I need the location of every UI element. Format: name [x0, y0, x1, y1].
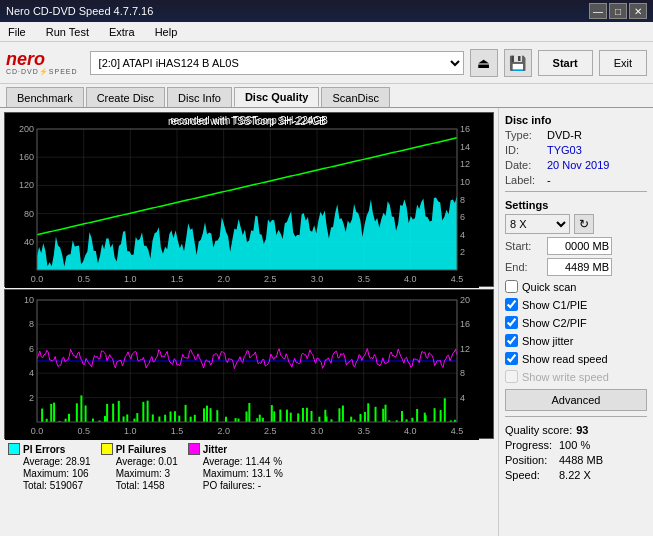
- pi-failures-avg-value: 0.01: [158, 456, 177, 467]
- progress-value: 100 %: [559, 439, 590, 451]
- jitter-avg-value: 11.44 %: [245, 456, 282, 467]
- drive-selector[interactable]: [2:0] ATAPI iHAS124 B AL0S: [90, 51, 464, 75]
- pi-failures-avg-row: Average: 0.01: [101, 456, 178, 467]
- window-controls: — □ ✕: [589, 3, 647, 19]
- eject-icon-button[interactable]: ⏏: [470, 49, 498, 77]
- advanced-button[interactable]: Advanced: [505, 389, 647, 411]
- po-failures-value: -: [258, 480, 261, 491]
- bottom-chart-container: [4, 289, 494, 439]
- legend-jitter-title: Jitter: [188, 443, 283, 455]
- legend-pi-errors: PI Errors Average: 28.91 Maximum: 106 To…: [8, 443, 91, 491]
- pi-failures-total-row: Total: 1458: [101, 480, 178, 491]
- close-button[interactable]: ✕: [629, 3, 647, 19]
- tab-scan-disc[interactable]: ScanDisc: [321, 87, 389, 107]
- minimize-button[interactable]: —: [589, 3, 607, 19]
- legend-pi-errors-title: PI Errors: [8, 443, 91, 455]
- jitter-color: [188, 443, 200, 455]
- disc-type-value: DVD-R: [547, 129, 582, 141]
- position-value: 4488 MB: [559, 454, 603, 466]
- end-mb-row: End:: [505, 258, 647, 276]
- show-write-speed-checkbox: [505, 370, 518, 383]
- pi-failures-max-label: Maximum:: [116, 468, 162, 479]
- disc-info-title: Disc info: [505, 114, 647, 126]
- top-chart-canvas: [5, 113, 479, 288]
- divider-2: [505, 416, 647, 417]
- menu-extra[interactable]: Extra: [105, 24, 139, 40]
- quick-scan-checkbox[interactable]: [505, 280, 518, 293]
- show-c1pie-label: Show C1/PIE: [522, 299, 587, 311]
- show-c2pif-checkbox[interactable]: [505, 316, 518, 329]
- pi-errors-max-value: 106: [72, 468, 89, 479]
- show-c2pif-row: Show C2/PIF: [505, 316, 647, 329]
- show-c1pie-checkbox[interactable]: [505, 298, 518, 311]
- right-panel: Disc info Type: DVD-R ID: TYG03 Date: 20…: [498, 108, 653, 536]
- jitter-max-label: Maximum:: [203, 468, 249, 479]
- menu-help[interactable]: Help: [151, 24, 182, 40]
- position-row: Position: 4488 MB: [505, 454, 647, 466]
- top-chart-container: recorded with TSSTcorp SH-224GB: [4, 112, 494, 287]
- disc-label-row: Label: -: [505, 174, 647, 186]
- show-jitter-label: Show jitter: [522, 335, 573, 347]
- exit-button[interactable]: Exit: [599, 50, 647, 76]
- tab-create-disc[interactable]: Create Disc: [86, 87, 165, 107]
- jitter-max-value: 13.1 %: [252, 468, 283, 479]
- pi-errors-total-value: 519067: [50, 480, 83, 491]
- save-icon-button[interactable]: 💾: [504, 49, 532, 77]
- position-label: Position:: [505, 454, 555, 466]
- toolbar: nero CD·DVD⚡SPEED [2:0] ATAPI iHAS124 B …: [0, 42, 653, 84]
- nero-logo: nero CD·DVD⚡SPEED: [6, 50, 78, 76]
- quality-score-label: Quality score:: [505, 424, 572, 436]
- pi-errors-total-row: Total: 519067: [8, 480, 91, 491]
- disc-label-value: -: [547, 174, 551, 186]
- refresh-button[interactable]: ↻: [574, 214, 594, 234]
- maximize-button[interactable]: □: [609, 3, 627, 19]
- main-content: recorded with TSSTcorp SH-224GB PI Error…: [0, 108, 653, 536]
- pi-errors-max-row: Maximum: 106: [8, 468, 91, 479]
- pi-errors-avg-row: Average: 28.91: [8, 456, 91, 467]
- tab-benchmark[interactable]: Benchmark: [6, 87, 84, 107]
- disc-date-row: Date: 20 Nov 2019: [505, 159, 647, 171]
- disc-label-label: Label:: [505, 174, 543, 186]
- end-mb-label: End:: [505, 261, 543, 273]
- legend-jitter: Jitter Average: 11.44 % Maximum: 13.1 % …: [188, 443, 283, 491]
- tab-bar: Benchmark Create Disc Disc Info Disc Qua…: [0, 84, 653, 108]
- show-jitter-checkbox[interactable]: [505, 334, 518, 347]
- quality-score-row: Quality score: 93: [505, 424, 647, 436]
- show-c1pie-row: Show C1/PIE: [505, 298, 647, 311]
- title-bar: Nero CD-DVD Speed 4.7.7.16 — □ ✕: [0, 0, 653, 22]
- progress-row: Progress: 100 %: [505, 439, 647, 451]
- pi-failures-total-label: Total:: [116, 480, 140, 491]
- speed-selector[interactable]: 8 X 4 X 6 X 12 X 16 X: [505, 214, 570, 234]
- speed-row: 8 X 4 X 6 X 12 X 16 X ↻: [505, 214, 647, 234]
- title-bar-title: Nero CD-DVD Speed 4.7.7.16: [6, 5, 153, 17]
- chart-area: recorded with TSSTcorp SH-224GB PI Error…: [0, 108, 498, 536]
- disc-date-label: Date:: [505, 159, 543, 171]
- jitter-max-row: Maximum: 13.1 %: [188, 468, 283, 479]
- end-mb-input[interactable]: [547, 258, 612, 276]
- tab-disc-info[interactable]: Disc Info: [167, 87, 232, 107]
- nero-product-text: CD·DVD⚡SPEED: [6, 68, 78, 76]
- tab-disc-quality[interactable]: Disc Quality: [234, 87, 320, 107]
- pi-failures-color: [101, 443, 113, 455]
- disc-date-value: 20 Nov 2019: [547, 159, 609, 171]
- menu-run-test[interactable]: Run Test: [42, 24, 93, 40]
- show-write-speed-label: Show write speed: [522, 371, 609, 383]
- speed-result-label: Speed:: [505, 469, 555, 481]
- show-read-speed-label: Show read speed: [522, 353, 608, 365]
- show-read-speed-checkbox[interactable]: [505, 352, 518, 365]
- show-c2pif-label: Show C2/PIF: [522, 317, 587, 329]
- start-button[interactable]: Start: [538, 50, 593, 76]
- bottom-chart-canvas: [5, 290, 479, 440]
- po-failures-label: PO failures:: [203, 480, 255, 491]
- disc-type-label: Type:: [505, 129, 543, 141]
- legend-pi-failures-title: PI Failures: [101, 443, 178, 455]
- chart-title: recorded with TSSTcorp SH-224GB: [170, 115, 328, 126]
- pi-errors-avg-label: Average:: [23, 456, 63, 467]
- disc-id-value: TYG03: [547, 144, 582, 156]
- disc-id-label: ID:: [505, 144, 543, 156]
- start-mb-label: Start:: [505, 240, 543, 252]
- pi-errors-total-label: Total:: [23, 480, 47, 491]
- menu-file[interactable]: File: [4, 24, 30, 40]
- start-mb-input[interactable]: [547, 237, 612, 255]
- menu-bar: File Run Test Extra Help: [0, 22, 653, 42]
